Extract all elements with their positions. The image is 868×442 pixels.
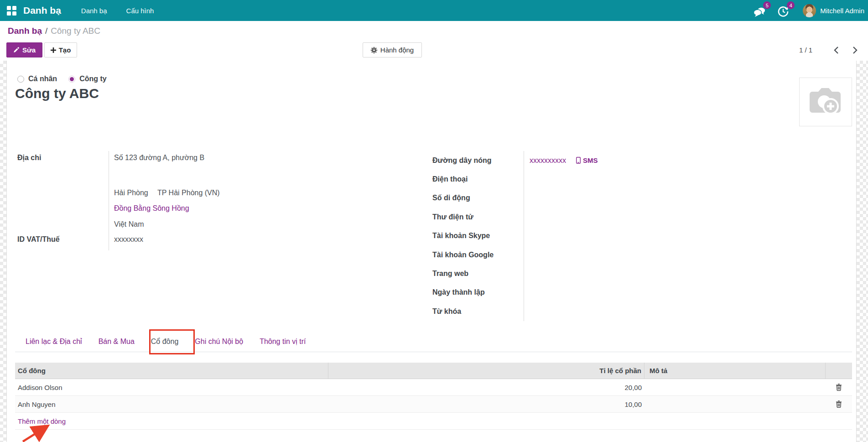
column-header-description[interactable]: Mô tả xyxy=(645,363,826,379)
address-city[interactable]: Hải Phòng xyxy=(114,189,148,197)
send-sms-button[interactable]: SMS xyxy=(576,156,598,164)
tab-ghi-chu-noi-bo[interactable]: Ghi chú Nội bộ xyxy=(195,338,243,352)
mobile-value[interactable] xyxy=(524,189,702,208)
delete-row-button[interactable] xyxy=(826,400,852,408)
radio-ca-nhan[interactable] xyxy=(17,76,24,83)
email-label: Thư điện tử xyxy=(432,213,524,221)
user-name[interactable]: Mitchell Admin xyxy=(820,7,864,15)
cell-shareholder-name[interactable]: Addison Olson xyxy=(15,384,328,391)
company-name-title: Công ty ABC xyxy=(15,86,99,101)
vat-value[interactable]: xxxxxxxx xyxy=(114,235,143,244)
address-state[interactable]: TP Hải Phòng (VN) xyxy=(157,189,220,197)
founded-date-value[interactable] xyxy=(524,283,702,302)
tab-ban-mua[interactable]: Bán & Mua xyxy=(99,338,135,352)
edit-button-label: Sửa xyxy=(22,46,36,54)
field-row-skype: Tài khoản Skype xyxy=(432,227,702,245)
messages-button[interactable]: 5 xyxy=(754,4,767,17)
breadcrumb-parent-link[interactable]: Danh bạ xyxy=(8,26,42,36)
skype-label: Tài khoản Skype xyxy=(432,232,524,240)
field-row-founded-date: Ngày thành lập xyxy=(432,283,702,302)
mobile-phone-icon xyxy=(576,157,581,164)
pager-previous-button[interactable] xyxy=(832,45,842,55)
field-row-website: Trang web xyxy=(432,264,702,283)
nav-item-danh-ba[interactable]: Danh bạ xyxy=(81,7,107,15)
shareholders-table: Cổ đông Tỉ lệ cổ phần Mô tả Addison Olso… xyxy=(15,363,852,430)
add-line-row: Thêm một dòng xyxy=(15,413,852,430)
google-label: Tài khoản Google xyxy=(432,251,524,259)
google-value[interactable] xyxy=(524,245,702,264)
table-row[interactable]: Anh Nguyen 10,00 xyxy=(15,396,852,413)
user-avatar[interactable] xyxy=(803,4,816,17)
cell-share-ratio[interactable]: 20,00 xyxy=(328,384,645,391)
activities-button[interactable]: 4 xyxy=(777,4,791,17)
action-menu-button[interactable]: Hành động xyxy=(363,42,422,57)
phone-label: Điện thoại xyxy=(432,175,524,183)
vat-label: ID VAT/Thuế xyxy=(17,235,60,244)
apps-grid-icon[interactable] xyxy=(7,6,16,16)
field-row-phone: Điện thoại xyxy=(432,170,702,188)
transparent-edge-right xyxy=(857,61,868,442)
radio-cong-ty-label[interactable]: Công ty xyxy=(79,75,107,83)
radio-cong-ty[interactable] xyxy=(68,76,75,83)
tab-lien-lac-dia-chi[interactable]: Liên lạc & Địa chỉ xyxy=(26,338,82,352)
chevron-right-icon xyxy=(849,45,859,55)
trash-icon xyxy=(836,384,842,391)
camera-plus-icon xyxy=(808,88,843,116)
field-row-mobile: Số di động xyxy=(432,189,702,208)
nav-item-cau-hinh[interactable]: Cấu hình xyxy=(126,7,154,15)
activities-badge: 4 xyxy=(787,1,795,9)
plus-icon xyxy=(51,47,56,53)
trash-icon xyxy=(836,400,842,408)
tab-thong-tin-vi-tri[interactable]: Thông tin vị trí xyxy=(260,338,306,352)
tags-label: Từ khóa xyxy=(432,307,524,316)
tab-co-dong[interactable]: Cổ đông xyxy=(151,338,179,352)
pager-counter: 1 / 1 xyxy=(799,46,812,54)
column-header-shareholder[interactable]: Cổ đông xyxy=(15,363,328,379)
app-brand[interactable]: Danh bạ xyxy=(23,5,61,16)
top-navbar: Danh bạ Danh bạ Cấu hình 5 4 Mitchell Ad… xyxy=(0,0,868,21)
breadcrumb: Danh bạ/Công ty ABC xyxy=(8,26,100,36)
chat-bubbles-icon xyxy=(754,7,766,17)
gear-icon xyxy=(371,47,377,53)
field-row-email: Thư điện tử xyxy=(432,208,702,226)
create-button[interactable]: Tạo xyxy=(44,42,77,57)
hotline-value[interactable]: xxxxxxxxxx xyxy=(530,156,566,165)
company-photo-upload[interactable] xyxy=(799,78,852,126)
address-country[interactable]: Việt Nam xyxy=(114,220,144,229)
address-street[interactable]: Số 123 đường A, phường B xyxy=(114,154,204,162)
radio-ca-nhan-label[interactable]: Cá nhân xyxy=(28,75,57,83)
phone-value[interactable] xyxy=(524,170,702,188)
website-value[interactable] xyxy=(524,264,702,283)
cell-share-ratio[interactable]: 10,00 xyxy=(328,400,645,408)
transparent-edge-left xyxy=(0,61,6,442)
email-value[interactable] xyxy=(524,208,702,226)
address-label: Địa chỉ xyxy=(17,154,41,162)
address-region-link[interactable]: Đồng Bằng Sông Hồng xyxy=(114,204,189,213)
mobile-label: Số di động xyxy=(432,194,524,202)
action-menu-label: Hành động xyxy=(380,46,414,54)
breadcrumb-current: Công ty ABC xyxy=(51,26,100,36)
tabs-underline xyxy=(15,352,852,352)
notebook-tabs: Liên lạc & Địa chỉ Bán & Mua Cổ đông Ghi… xyxy=(26,338,306,352)
messages-badge: 5 xyxy=(763,1,771,9)
pager-next-button[interactable] xyxy=(849,45,859,55)
field-row-hotline: Đường dây nóng xxxxxxxxxx SMS xyxy=(432,151,702,170)
create-button-label: Tạo xyxy=(59,46,71,54)
cell-shareholder-name[interactable]: Anh Nguyen xyxy=(15,400,328,408)
tags-value[interactable] xyxy=(524,302,702,321)
company-type-radio-group: Cá nhân Công ty xyxy=(17,75,107,83)
nav-menu: Danh bạ Cấu hình xyxy=(81,7,154,15)
founded-date-label: Ngày thành lập xyxy=(432,288,524,296)
edit-button[interactable]: Sửa xyxy=(6,42,42,57)
field-row-tags: Từ khóa xyxy=(432,302,702,321)
chevron-left-icon xyxy=(832,45,842,55)
column-header-actions xyxy=(826,363,852,379)
skype-value[interactable] xyxy=(524,227,702,245)
add-line-link[interactable]: Thêm một dòng xyxy=(15,417,66,425)
navbar-right: 5 4 Mitchell Admin xyxy=(743,4,864,17)
table-row[interactable]: Addison Olson 20,00 xyxy=(15,379,852,396)
delete-row-button[interactable] xyxy=(826,384,852,391)
column-header-ratio[interactable]: Tỉ lệ cổ phần xyxy=(328,363,645,379)
field-row-google: Tài khoản Google xyxy=(432,245,702,264)
website-label: Trang web xyxy=(432,270,524,278)
